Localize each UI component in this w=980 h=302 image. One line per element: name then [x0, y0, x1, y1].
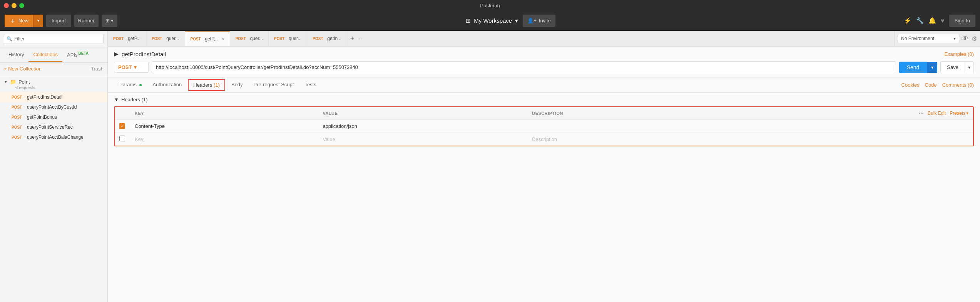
method-select[interactable]: POST ▾ [114, 62, 149, 73]
headers-section: ▼ Headers (1) KEY VALUE [108, 93, 980, 302]
eye-icon[interactable]: 👁 [962, 35, 968, 42]
invite-person-icon: 👤+ [527, 18, 537, 23]
layout-button[interactable]: ⊞ ▾ [102, 15, 118, 27]
headers-tab[interactable]: Headers (1) [188, 79, 225, 91]
more-options-button[interactable]: ··· [919, 110, 924, 116]
save-button[interactable]: Save [941, 62, 965, 73]
tests-tab[interactable]: Tests [299, 78, 321, 92]
collapse-triangle-icon: ▶ [114, 50, 119, 57]
tab-label-3: quer... [250, 36, 263, 41]
send-arrow-button[interactable]: ▾ [927, 62, 937, 73]
bell-icon[interactable]: 🔔 [928, 17, 936, 24]
prerequest-label: Pre-request Script [254, 82, 294, 87]
header-desc-0[interactable] [527, 120, 973, 133]
new-button-main[interactable]: ＋ New [5, 16, 33, 25]
th-checkbox [115, 107, 130, 120]
tab-2[interactable]: POST getP... ✕ [185, 31, 230, 46]
header-row-1: Key Value Description [115, 133, 973, 146]
prerequest-tab[interactable]: Pre-request Script [248, 78, 299, 92]
toolbar: ＋ New ▾ Import Runner ⊞ ▾ ⊞ My Workspace… [0, 11, 980, 31]
tests-label: Tests [304, 82, 316, 87]
comments-link[interactable]: Comments (0) [942, 82, 974, 88]
authorization-tab[interactable]: Authorization [147, 78, 187, 92]
header-desc-1[interactable]: Description [527, 133, 973, 146]
request-item-2[interactable]: POST getPointBonus [0, 112, 107, 122]
collections-tab[interactable]: Collections [28, 48, 62, 62]
request-name-1: queryPointAcctByCustId [27, 104, 77, 110]
bulk-edit-button[interactable]: Bulk Edit [928, 111, 946, 116]
collapse-icon: ▼ [4, 80, 8, 84]
tab-label-2: getP... [205, 36, 218, 42]
tab-close-2[interactable]: ✕ [221, 37, 224, 42]
workspace-button[interactable]: ⊞ My Workspace ▾ [466, 17, 518, 24]
apis-tab[interactable]: APIsBETA [62, 47, 93, 62]
request-item-4[interactable]: POST queryPointAcctBalaChange [0, 132, 107, 142]
env-bar: No Environment ▾ 👁 ⚙ [894, 31, 980, 46]
headers-table: KEY VALUE DESCRIPTION ··· Bulk [115, 107, 973, 146]
examples-link[interactable]: Examples (0) [944, 51, 974, 57]
minimize-button[interactable] [12, 3, 17, 8]
header-checkbox-1[interactable] [115, 133, 130, 146]
runner-button[interactable]: Runner [74, 15, 99, 27]
headers-label: Headers [193, 82, 212, 88]
request-section: ▶ getProdInstDetail Examples (0) POST ▾ … [108, 47, 980, 77]
headers-table-wrap: KEY VALUE DESCRIPTION ··· Bulk [114, 106, 974, 146]
invite-button[interactable]: 👤+ Invite [523, 15, 555, 27]
params-tab[interactable]: Params [114, 78, 147, 92]
cookies-link[interactable]: Cookies [901, 82, 920, 88]
heart-icon[interactable]: ♥ [941, 17, 945, 24]
url-input[interactable] [152, 61, 896, 73]
settings-icon[interactable]: 🔧 [916, 17, 924, 24]
request-name-0: getProdInstDetail [27, 94, 62, 100]
collection-point[interactable]: ▼ 📁 Point 6 requests [0, 77, 107, 92]
save-arrow-button[interactable]: ▾ [965, 62, 973, 73]
request-item-3[interactable]: POST queryPointServiceRec [0, 122, 107, 132]
tab-4[interactable]: POST quer... [269, 31, 307, 46]
tab-label-4: quer... [289, 36, 301, 41]
environment-label: No Environment [901, 36, 934, 41]
header-checkbox-0[interactable]: ✓ [115, 120, 130, 133]
tab-5[interactable]: POST getIn... [307, 31, 347, 46]
params-dot [139, 84, 142, 86]
invite-label: Invite [539, 18, 551, 23]
request-item-0[interactable]: POST getProdInstDetail [0, 92, 107, 102]
tab-label-0: getP... [128, 36, 140, 41]
new-button-group[interactable]: ＋ New ▾ [5, 15, 43, 27]
gear-icon[interactable]: ⚙ [972, 35, 977, 42]
new-button-arrow[interactable]: ▾ [33, 15, 43, 27]
header-value-0[interactable]: application/json [318, 120, 527, 133]
body-tab[interactable]: Body [226, 78, 248, 92]
signin-button[interactable]: Sign In [949, 15, 975, 27]
header-value-1[interactable]: Value [318, 133, 527, 146]
filter-input[interactable] [4, 34, 104, 44]
tab-1[interactable]: POST quer... [146, 31, 185, 46]
header-check-input-1[interactable] [119, 136, 125, 141]
add-tab-button[interactable]: + [350, 35, 355, 43]
header-key-1[interactable]: Key [130, 133, 318, 146]
tab-3[interactable]: POST quer... [230, 31, 269, 46]
new-collection-button[interactable]: + New Collection [4, 66, 42, 72]
import-button[interactable]: Import [46, 15, 71, 27]
env-chevron-icon: ▾ [953, 36, 956, 41]
toolbar-right: ⚡ 🔧 🔔 ♥ Sign In [904, 15, 975, 27]
code-link[interactable]: Code [925, 82, 937, 88]
toolbar-center: ⊞ My Workspace ▾ 👤+ Invite [120, 15, 901, 27]
request-title: getProdInstDetail [122, 51, 166, 57]
request-name-3: queryPointServiceRec [27, 124, 73, 130]
tab-method-0: POST [113, 37, 125, 41]
grid-icon: ⊞ [466, 17, 471, 24]
history-tab[interactable]: History [4, 48, 28, 62]
maximize-button[interactable] [19, 3, 24, 8]
send-button[interactable]: Send [899, 62, 927, 73]
header-key-0[interactable]: Content-Type [130, 120, 318, 133]
trash-button[interactable]: Trash [91, 66, 104, 72]
headers-collapse-icon: ▼ [114, 97, 119, 102]
close-button[interactable] [4, 3, 9, 8]
tab-method-1: POST [152, 37, 164, 41]
environment-select[interactable]: No Environment ▾ [898, 34, 959, 43]
request-item-1[interactable]: POST queryPointAcctByCustId [0, 102, 107, 112]
search-icon[interactable]: ⚡ [904, 17, 911, 24]
tab-0[interactable]: POST getP... [108, 31, 146, 46]
presets-button[interactable]: Presets ▾ [950, 111, 968, 116]
more-tabs-button[interactable]: ··· [358, 35, 362, 42]
